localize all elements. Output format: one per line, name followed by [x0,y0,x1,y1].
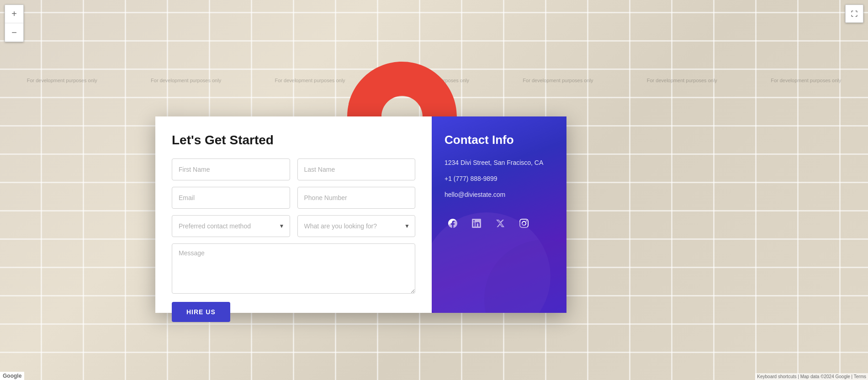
contact-method-wrapper: Preferred contact method Email Phone Tex… [172,215,290,237]
message-textarea[interactable] [172,243,415,294]
submit-button[interactable]: HIRE US [172,302,230,322]
map-controls: + − [5,5,24,42]
contact-title: Contact Info [445,133,554,147]
map-footer: Keyboard shortcuts | Map data ©2024 Goog… [755,373,868,380]
contact-address: 1234 Divi Street, San Fracisco, CA [445,158,554,168]
phone-field [297,187,416,209]
zoom-out-button[interactable]: − [5,23,23,42]
instagram-icon[interactable] [516,215,532,232]
contact-method-select[interactable]: Preferred contact method Email Phone Tex… [172,215,290,237]
dropdowns-row: Preferred contact method Email Phone Tex… [172,215,415,237]
message-row [172,243,415,296]
social-icons-row [445,215,554,232]
last-name-input[interactable] [297,158,416,180]
looking-for-select[interactable]: What are you looking for? Buy Sell Rent [297,215,416,237]
phone-input[interactable] [297,187,416,209]
twitter-x-icon[interactable] [492,215,508,232]
contact-row [172,187,415,209]
form-panel: Let's Get Started Preferred contact met [155,116,432,313]
modal-container: Let's Get Started Preferred contact met [155,116,566,313]
name-row [172,158,415,180]
contact-phone: +1 (777) 888-9899 [445,174,554,184]
last-name-field [297,158,416,180]
email-field [172,187,290,209]
looking-for-wrapper: What are you looking for? Buy Sell Rent … [297,215,416,237]
message-field [172,243,415,296]
fullscreen-button[interactable] [845,5,863,23]
contact-email: hello@diviestate.com [445,190,554,200]
google-logo: Google [0,372,24,380]
facebook-icon[interactable] [445,215,461,232]
first-name-field [172,158,290,180]
email-input[interactable] [172,187,290,209]
linkedin-icon[interactable] [468,215,485,232]
zoom-in-button[interactable]: + [5,5,23,23]
contact-panel: Contact Info 1234 Divi Street, San Fraci… [432,116,566,313]
first-name-input[interactable] [172,158,290,180]
form-title: Let's Get Started [172,133,415,148]
